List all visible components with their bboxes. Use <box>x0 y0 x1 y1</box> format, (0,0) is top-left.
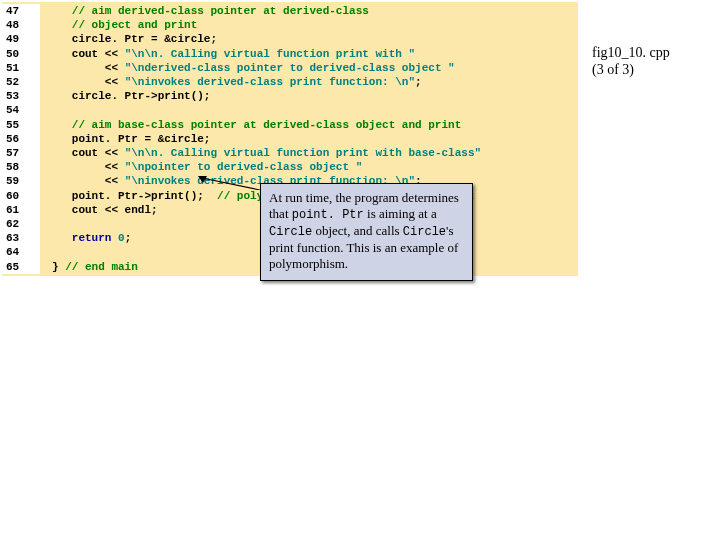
line-number: 50 <box>2 47 40 61</box>
annotation-callout: At run time, the program determines that… <box>260 183 473 281</box>
line-number: 51 <box>2 61 40 75</box>
code-text: // object and print <box>40 18 197 32</box>
line-number: 60 <box>2 189 40 203</box>
callout-code: point. Ptr <box>292 208 364 222</box>
code-text: << "\nderived-class pointer to derived-c… <box>40 61 455 75</box>
caption-filename: fig10_10. cpp <box>592 44 670 61</box>
line-number: 48 <box>2 18 40 32</box>
code-text: << "\npointer to derived-class object " <box>40 160 362 174</box>
code-text: cout << "\n\n. Calling virtual function … <box>40 146 481 160</box>
code-text <box>40 217 52 231</box>
callout-code: Circle <box>403 225 446 239</box>
code-line: 56 point. Ptr = &circle; <box>2 132 578 146</box>
line-number: 56 <box>2 132 40 146</box>
code-line: 58 << "\npointer to derived-class object… <box>2 160 578 174</box>
code-text: point. Ptr = &circle; <box>40 132 210 146</box>
line-number: 52 <box>2 75 40 89</box>
code-line: 57 cout << "\n\n. Calling virtual functi… <box>2 146 578 160</box>
code-line: 49 circle. Ptr = &circle; <box>2 32 578 46</box>
code-text: circle. Ptr->print(); <box>40 89 210 103</box>
code-line: 54 <box>2 103 578 117</box>
callout-code: Circle <box>269 225 312 239</box>
line-number: 59 <box>2 174 40 188</box>
code-text: // aim base-class pointer at derived-cla… <box>40 118 461 132</box>
line-number: 61 <box>2 203 40 217</box>
code-text: circle. Ptr = &circle; <box>40 32 217 46</box>
line-number: 49 <box>2 32 40 46</box>
line-number: 57 <box>2 146 40 160</box>
code-text: cout << "\n\n. Calling virtual function … <box>40 47 415 61</box>
callout-text: object, and calls <box>312 223 403 238</box>
code-text: << "\ninvokes derived-class print functi… <box>40 75 422 89</box>
code-text: // aim derived-class pointer at derived-… <box>40 4 369 18</box>
code-text: } // end main <box>40 260 138 274</box>
code-text: return 0; <box>40 231 131 245</box>
caption-page: (3 of 3) <box>592 61 670 78</box>
line-number: 54 <box>2 103 40 117</box>
code-line: 47 // aim derived-class pointer at deriv… <box>2 4 578 18</box>
code-line: 50 cout << "\n\n. Calling virtual functi… <box>2 47 578 61</box>
code-line: 51 << "\nderived-class pointer to derive… <box>2 61 578 75</box>
line-number: 53 <box>2 89 40 103</box>
callout-text: is aiming at a <box>364 206 437 221</box>
line-number: 65 <box>2 260 40 274</box>
line-number: 47 <box>2 4 40 18</box>
line-number: 64 <box>2 245 40 259</box>
code-line: 52 << "\ninvokes derived-class print fun… <box>2 75 578 89</box>
line-number: 63 <box>2 231 40 245</box>
code-line: 48 // object and print <box>2 18 578 32</box>
code-line: 53 circle. Ptr->print(); <box>2 89 578 103</box>
line-number: 62 <box>2 217 40 231</box>
code-text: cout << endl; <box>40 203 158 217</box>
line-number: 55 <box>2 118 40 132</box>
figure-caption: fig10_10. cpp (3 of 3) <box>592 44 670 78</box>
code-text <box>40 245 52 259</box>
code-line: 55 // aim base-class pointer at derived-… <box>2 118 578 132</box>
line-number: 58 <box>2 160 40 174</box>
code-text <box>40 103 52 117</box>
